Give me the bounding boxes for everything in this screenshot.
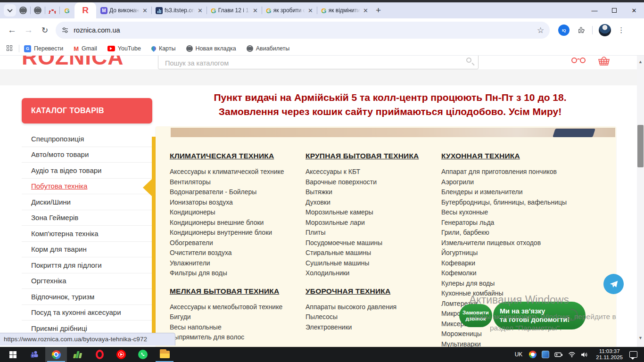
sidebar-item[interactable]: Оргтехніка xyxy=(22,273,152,289)
mega-category-link[interactable]: Морозильные лари xyxy=(305,218,437,228)
forward-button[interactable]: → xyxy=(24,25,33,35)
pinned-tab-2[interactable] xyxy=(31,3,45,17)
bookmark-star-icon[interactable]: ☆ xyxy=(537,25,544,35)
bookmark-avia[interactable]: Авиабилеты xyxy=(247,45,290,52)
extensions-puzzle-icon[interactable] xyxy=(577,26,586,34)
bookmark-youtube[interactable]: YouTube xyxy=(107,45,141,52)
mega-category-link[interactable]: Кофеварки xyxy=(441,258,572,269)
pinned-tab-1[interactable] xyxy=(16,3,30,17)
mega-category-link[interactable]: Вытяжки xyxy=(305,187,437,197)
search-input[interactable] xyxy=(158,56,478,69)
taskbar-teams[interactable]: T xyxy=(24,347,45,362)
tab-screenshot[interactable]: G як зробити скрінш ✕ xyxy=(262,4,317,16)
taskbar-chrome[interactable] xyxy=(45,347,67,362)
tab-undo[interactable]: G як відмінити дію в ✕ xyxy=(317,4,372,16)
tray-wifi[interactable] xyxy=(568,352,576,357)
taskbar-opera[interactable] xyxy=(89,347,110,362)
catalog-button[interactable]: КАТАЛОГ ТОВАРІВ xyxy=(22,98,152,123)
close-icon[interactable]: ✕ xyxy=(141,7,149,14)
taskbar-clock[interactable]: 11:03:37 21.11.2025 xyxy=(596,348,623,361)
mega-category-link[interactable]: Бигуди xyxy=(170,312,301,322)
mega-section-title[interactable]: КУХОННАЯ ТЕХНИКА xyxy=(441,152,572,160)
bookmark-gmail[interactable]: MGmail xyxy=(74,45,97,52)
menu-kebab-icon[interactable]: ⋮ xyxy=(618,26,625,34)
bookmark-maps[interactable]: Карты xyxy=(151,45,176,52)
tab-search-button[interactable] xyxy=(4,4,16,16)
tray-chrome[interactable] xyxy=(529,351,537,358)
sidebar-item[interactable]: Відпочинок, туризм xyxy=(22,289,152,305)
back-button[interactable]: ← xyxy=(8,25,17,35)
address-bar[interactable]: roznica.com.ua ☆ xyxy=(56,22,550,39)
tab-itstep[interactable]: fs3.itstep.org/api/v1 ✕ xyxy=(152,4,206,16)
mega-section-title[interactable]: МЕЛКАЯ БЫТОВАЯ ТЕХНИКА xyxy=(170,287,301,296)
taskbar-explorer[interactable] xyxy=(154,347,175,362)
scrollbar-thumb[interactable] xyxy=(637,125,644,167)
mega-section-title[interactable]: УБОРОЧНАЯ ТЕХНИКА xyxy=(305,287,437,296)
new-tab-button[interactable]: + xyxy=(376,5,381,16)
catalog-search[interactable] xyxy=(158,56,479,69)
reload-button[interactable]: ↻ xyxy=(41,25,48,35)
mega-category-link[interactable]: Аксессуары к мелкобытовой технике xyxy=(170,302,301,313)
order-call-button[interactable]: Замовити дзвінок xyxy=(459,304,492,327)
mega-category-link[interactable]: Блендеры и измельчители xyxy=(441,187,572,197)
tray-battery[interactable] xyxy=(554,352,563,357)
mega-category-link[interactable]: Аэрогрили xyxy=(441,177,572,188)
mega-category-link[interactable]: Кондиционеры внешние блоки xyxy=(170,218,301,228)
mega-section-title[interactable]: КЛИМАТИЧЕСКАЯ ТЕХНИКА xyxy=(170,152,301,160)
sidebar-item[interactable]: Диски/Шини xyxy=(22,194,152,210)
mega-category-link[interactable]: Бутербродницы, блинницы, вафельницы xyxy=(441,197,572,208)
close-icon[interactable]: ✕ xyxy=(197,7,204,14)
close-icon[interactable]: ✕ xyxy=(252,7,259,14)
start-button[interactable] xyxy=(2,347,24,362)
mega-category-link[interactable]: Кофемолки xyxy=(441,268,572,279)
pinned-tab-3[interactable] xyxy=(45,3,59,17)
menu-banner-image[interactable] xyxy=(171,128,615,137)
mega-section-title[interactable]: КРУПНАЯ БЫТОВАЯ ТЕХНИКА xyxy=(305,152,437,160)
mega-category-link[interactable]: Кухонные комбайны xyxy=(441,288,572,299)
mega-category-link[interactable]: Весы кухонные xyxy=(441,207,572,218)
extension-blue-icon[interactable]: IQ xyxy=(558,25,570,36)
viewed-items-icon[interactable] xyxy=(571,58,587,65)
profile-avatar[interactable] xyxy=(599,24,611,36)
mega-category-link[interactable]: Ионизаторы воздуха xyxy=(170,197,301,208)
mega-category-link[interactable]: Сушильные машины xyxy=(305,258,437,269)
mega-category-link[interactable]: Аппарат для приготовления пончиков xyxy=(441,167,572,177)
close-window-button[interactable]: ✕ xyxy=(624,2,644,18)
mega-category-link[interactable]: Йогуртницы xyxy=(441,248,572,258)
bookmark-newtab[interactable]: Новая вкладка xyxy=(186,45,236,52)
sidebar-item[interactable]: Побутова техніка xyxy=(22,179,152,195)
mega-category-link[interactable]: Генераторы льда xyxy=(441,218,572,228)
search-icon[interactable] xyxy=(466,58,471,63)
tray-blue-app[interactable] xyxy=(542,351,549,358)
mega-category-link[interactable]: Водонагреватели - Бойлеры xyxy=(170,187,301,197)
apps-grid-icon[interactable] xyxy=(7,45,13,52)
mega-category-link[interactable]: Посудомоечные машины xyxy=(305,238,437,248)
close-icon[interactable]: ✕ xyxy=(307,7,314,14)
mega-category-link[interactable]: Стиральные машины xyxy=(305,248,437,258)
mega-category-link[interactable]: Мороженицы xyxy=(441,329,572,339)
mega-category-link[interactable]: Измельчители пищевых отходов xyxy=(441,238,572,248)
page-scrollbar[interactable]: ▲ ▼ xyxy=(637,56,644,347)
taskbar-green-app[interactable] xyxy=(67,347,89,362)
mega-category-link[interactable]: Духовки xyxy=(305,197,437,208)
sidebar-item[interactable]: Корм для тварин xyxy=(22,242,152,258)
language-indicator[interactable]: UK xyxy=(515,351,523,358)
sidebar-item[interactable]: Посуд та кухонні аксесуари xyxy=(22,305,152,321)
sidebar-item[interactable]: Аудіо та відео товари xyxy=(22,163,152,179)
taskbar-whatsapp[interactable] xyxy=(132,347,154,362)
mega-category-link[interactable]: Электровеники xyxy=(305,322,437,333)
cart-basket-icon[interactable] xyxy=(597,57,611,66)
sidebar-item[interactable]: Авто/мото товари xyxy=(22,147,152,163)
notification-center-icon[interactable] xyxy=(629,351,637,358)
mega-category-link[interactable]: Варочные поверхности xyxy=(305,177,437,188)
mega-category-link[interactable]: Выпрямитель для волос xyxy=(170,332,301,343)
mega-category-link[interactable]: Холодильники xyxy=(305,268,437,279)
maximize-button[interactable] xyxy=(604,2,624,18)
mega-category-link[interactable]: Вентиляторы xyxy=(170,177,301,188)
mega-category-link[interactable]: Кондиционеры внутренние блоки xyxy=(170,228,301,238)
mega-category-link[interactable]: Аксессуары к климатической технике xyxy=(170,167,301,177)
mega-category-link[interactable]: Кулеры для воды xyxy=(441,279,572,289)
chat-widget-button[interactable]: Ми на зв'язку та готові допомогти! xyxy=(493,302,586,329)
mega-category-link[interactable]: Очистители воздуха xyxy=(170,248,301,258)
taskbar-youtube-music[interactable] xyxy=(110,347,132,362)
